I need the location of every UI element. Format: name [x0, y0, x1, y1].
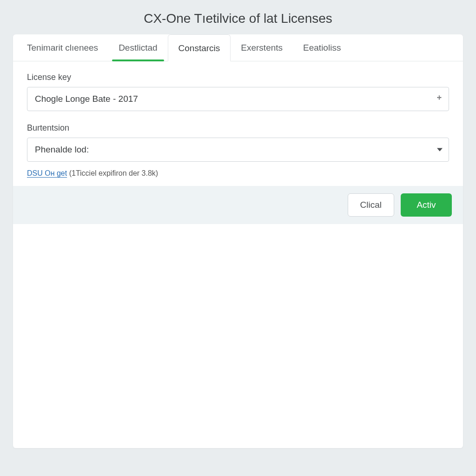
tab-content: License key Burtentsion Phenalde lod: DS…	[13, 61, 463, 224]
helper-text: DSU Oн get (1Ticciel expifiron der 3.8k)	[27, 169, 449, 178]
tab-tenimarit[interactable]: Tenimarit clıenees	[17, 34, 108, 61]
tab-bar: Tenimarit clıenees Destlictad Constarcis…	[13, 34, 463, 61]
tab-exerstents[interactable]: Exerstents	[231, 34, 293, 61]
license-key-field-wrap	[27, 87, 449, 111]
license-key-label: License key	[27, 73, 449, 82]
main-card: Tenimarit clıenees Destlictad Constarcis…	[13, 34, 463, 448]
cancel-button[interactable]: Clical	[348, 193, 394, 217]
burtentsion-select[interactable]: Phenalde lod:	[27, 138, 449, 162]
tab-constarcis[interactable]: Constarcis	[168, 34, 231, 61]
page-title: CX-One Tıetilvice of lat Licenses	[0, 0, 476, 34]
burtentsion-selected-value: Phenalde lod:	[35, 145, 89, 155]
activate-button[interactable]: Activ	[401, 193, 452, 217]
tab-destlictad[interactable]: Destlictad	[108, 34, 167, 61]
helper-rest: (1Ticciel expifiron der 3.8k)	[67, 169, 158, 177]
action-bar: Clical Activ	[13, 186, 463, 224]
burtentsion-field-wrap: Phenalde lod:	[27, 138, 449, 162]
helper-link[interactable]: DSU Oн get	[27, 169, 67, 177]
tab-eeatioliss[interactable]: Eeatioliss	[293, 34, 351, 61]
license-key-input[interactable]	[27, 87, 449, 111]
burtentsion-label: Burtentsion	[27, 123, 449, 133]
